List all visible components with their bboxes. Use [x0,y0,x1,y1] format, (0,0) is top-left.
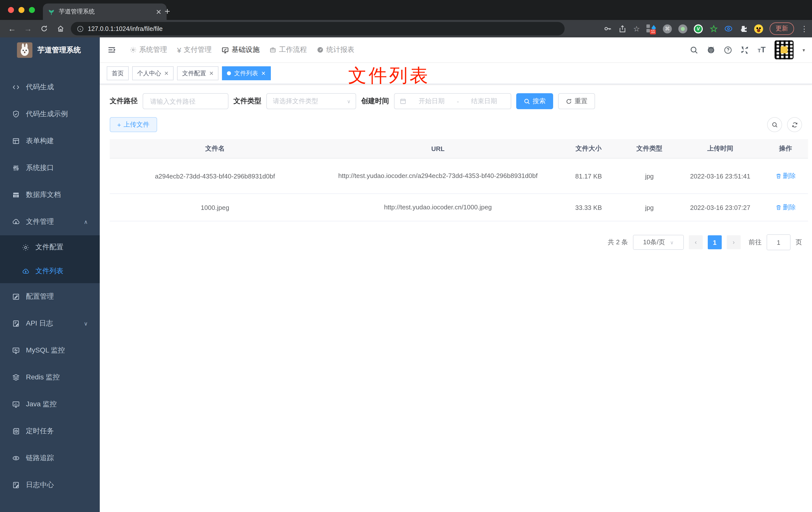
browser-toolbar: ← → 127.0.0.1:1024/infra/file/file [0,20,812,37]
site-info-icon[interactable] [77,25,84,32]
upload-file-button[interactable]: + 上传文件 [110,117,157,132]
sidebar-item-redis-monitor[interactable]: Redis 监控 [0,364,100,391]
sidebar-item-config-management[interactable]: 配置管理 [0,283,100,310]
sidebar-item-log-center[interactable]: 日志中心 [0,472,100,499]
sidebar-item-form-builder[interactable]: 表单构建 [0,128,100,155]
font-size-icon[interactable]: TT [758,46,765,54]
yen-icon: ¥ [177,46,181,54]
sidebar-item-db-doc[interactable]: 数据库文档 [0,181,100,208]
refresh-icon [566,98,572,104]
share-icon[interactable] [618,24,627,33]
browser-menu-icon[interactable]: ⋮ [801,24,808,33]
github-icon[interactable] [707,46,715,54]
forward-icon[interactable]: → [24,24,32,33]
file-table: 文件名 URL 文件大小 文件类型 上传时间 操作 a294ecb2-73dd-… [110,139,808,221]
file-path-input[interactable] [149,97,222,106]
prev-page-button[interactable]: ‹ [689,235,703,249]
topnav-system-management[interactable]: 系统管理 [130,46,167,54]
file-type-select[interactable]: 请选择文件类型 ∨ [266,93,356,109]
sidebar-item-code-generation[interactable]: 代码生成 [0,74,100,101]
sidebar-item-file-management[interactable]: 文件管理 ∧ [0,208,100,235]
tag-close-icon[interactable]: ✕ [261,70,266,77]
maximize-window-button[interactable] [29,7,35,13]
url-text: 127.0.0.1:1024/infra/file/file [88,25,163,32]
col-file-name: 文件名 [110,139,320,158]
sidebar-item-label: 代码生成 [26,83,54,92]
minimize-window-button[interactable] [19,7,24,13]
avatar-dropdown-caret-icon[interactable]: ▾ [803,47,805,53]
tag-profile[interactable]: 个人中心 ✕ [132,66,174,80]
sidebar-logo[interactable]: 芋道管理系统 [0,37,100,62]
sidebar-item-system-api[interactable]: 系统接口 [0,155,100,181]
tag-home[interactable]: 首页 [107,66,129,80]
date-range-picker[interactable]: 开始日期 - 结束日期 [394,93,511,109]
user-avatar[interactable] [774,40,794,60]
reload-icon[interactable] [40,24,48,33]
sidebar-collapse-icon[interactable] [100,46,124,54]
address-bar[interactable]: 127.0.0.1:1024/infra/file/file [71,22,564,35]
update-button[interactable]: 更新 [770,23,794,35]
page-unit-label: 页 [795,238,802,247]
table-icon [12,191,20,199]
close-window-button[interactable] [8,7,14,13]
next-page-button[interactable]: › [727,235,741,249]
topnav-infrastructure[interactable]: 基础设施 [222,46,260,54]
delete-button[interactable]: 删除 [775,172,796,180]
puzzle-extension-icon[interactable] [739,24,748,33]
cell-upload-time: 2022-03-16 23:07:27 [677,194,763,221]
table-row: 1000.jpeg http://test.yudao.iocoder.cn/1… [110,194,808,221]
topnav-statistics[interactable]: 统计报表 [317,46,354,54]
browser-tab[interactable]: 芋道管理系统 ✕ [43,3,167,20]
sidebar-item-file-config[interactable]: 文件配置 [0,235,100,259]
edit-square-icon [12,293,20,301]
sidebar-item-scheduled-tasks[interactable]: 定时任务 [0,418,100,445]
v-extension-icon[interactable]: V [694,24,703,33]
tag-close-icon[interactable]: ✕ [164,70,169,77]
sidebar-item-api-log[interactable]: API 日志 ∨ [0,310,100,337]
window-controls[interactable] [8,7,35,13]
new-tab-button[interactable]: + [165,5,170,18]
tag-file-list[interactable]: 文件列表 ✕ [222,66,270,80]
command-extension-icon[interactable]: ⌘ [663,24,672,33]
home-icon[interactable] [56,24,65,33]
sidebar-item-java-monitor[interactable]: Java 监控 [0,391,100,418]
tag-close-icon[interactable]: ✕ [209,70,213,77]
topnav-workflow[interactable]: 工作流程 [269,46,307,54]
fullscreen-icon[interactable] [741,46,749,54]
end-date-placeholder[interactable]: 结束日期 [462,97,506,106]
col-upload-time: 上传时间 [677,139,763,158]
sidebar-item-code-example[interactable]: 代码生成示例 [0,101,100,128]
goto-page-input[interactable] [766,234,790,250]
header-search-icon[interactable] [690,46,698,54]
avatar-emoji-overlay [781,47,788,53]
sidebar-item-mysql-monitor[interactable]: MySQL 监控 [0,337,100,364]
password-key-icon[interactable] [603,24,612,33]
star-extension-icon[interactable] [709,24,718,33]
reset-button[interactable]: 重置 [558,93,595,109]
search-button[interactable]: 搜索 [516,93,553,109]
back-icon[interactable]: ← [8,24,16,33]
col-url: URL [320,139,556,158]
delete-button[interactable]: 删除 [775,203,796,212]
sidebar-item-file-list[interactable]: 文件列表 [0,259,100,283]
eye-extension-icon[interactable] [724,24,733,33]
sidebar-item-tracing[interactable]: 链路追踪 [0,445,100,472]
help-icon[interactable] [724,46,732,54]
extension-grid-icon[interactable]: ◆ 11 [646,24,657,34]
start-date-placeholder[interactable]: 开始日期 [410,97,454,106]
topnav-payment-management[interactable]: ¥ 支付管理 [177,46,212,54]
col-file-type: 文件类型 [621,139,677,158]
page-size-select[interactable]: 10条/页 ∨ [633,235,684,250]
toggle-search-button[interactable] [767,117,782,132]
sidebar-item-label: API 日志 [26,319,53,328]
refresh-table-button[interactable] [787,117,802,132]
page-1-button[interactable]: 1 [708,235,722,249]
col-actions: 操作 [763,139,808,158]
emoji-extension-icon[interactable] [754,24,763,33]
tag-file-config[interactable]: 文件配置 ✕ [177,66,219,80]
tab-close-icon[interactable]: ✕ [156,8,162,16]
bookmark-star-icon[interactable]: ☆ [633,24,640,33]
cell-file-name: a294ecb2-73dd-4353-bf40-296b8931d0bf [110,158,320,194]
cell-file-type: jpg [621,158,677,194]
dot-extension-icon[interactable] [678,24,687,33]
